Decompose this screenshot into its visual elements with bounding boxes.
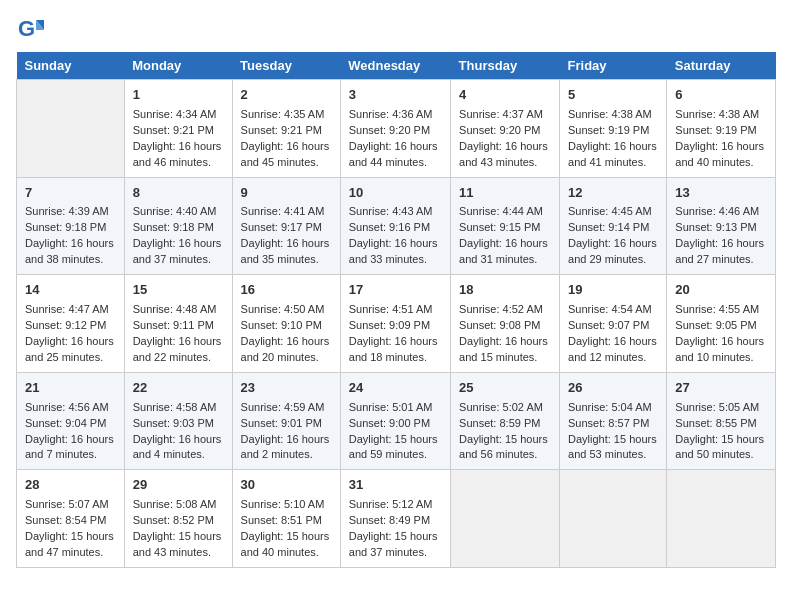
day-detail: Sunset: 9:18 PM: [133, 221, 214, 233]
calendar-cell: 6Sunrise: 4:38 AMSunset: 9:19 PMDaylight…: [667, 80, 776, 178]
calendar-cell: 7Sunrise: 4:39 AMSunset: 9:18 PMDaylight…: [17, 177, 125, 275]
day-detail: Sunrise: 4:36 AM: [349, 108, 433, 120]
day-detail: Sunrise: 5:10 AM: [241, 498, 325, 510]
day-number: 23: [241, 379, 332, 398]
day-detail: Sunrise: 5:08 AM: [133, 498, 217, 510]
day-detail: Daylight: 15 hours and 40 minutes.: [241, 530, 330, 558]
day-detail: Sunset: 8:49 PM: [349, 514, 430, 526]
calendar-cell: 14Sunrise: 4:47 AMSunset: 9:12 PMDayligh…: [17, 275, 125, 373]
header-cell-wednesday: Wednesday: [340, 52, 450, 80]
day-number: 3: [349, 86, 442, 105]
calendar-cell: 25Sunrise: 5:02 AMSunset: 8:59 PMDayligh…: [451, 372, 560, 470]
calendar-cell: [451, 470, 560, 568]
calendar-cell: 13Sunrise: 4:46 AMSunset: 9:13 PMDayligh…: [667, 177, 776, 275]
day-detail: Daylight: 16 hours and 43 minutes.: [459, 140, 548, 168]
day-detail: Daylight: 16 hours and 35 minutes.: [241, 237, 330, 265]
day-detail: Sunset: 8:54 PM: [25, 514, 106, 526]
day-detail: Sunrise: 4:35 AM: [241, 108, 325, 120]
day-detail: Daylight: 16 hours and 37 minutes.: [133, 237, 222, 265]
day-detail: Daylight: 15 hours and 43 minutes.: [133, 530, 222, 558]
day-detail: Sunset: 9:18 PM: [25, 221, 106, 233]
day-detail: Daylight: 16 hours and 33 minutes.: [349, 237, 438, 265]
day-detail: Sunset: 9:00 PM: [349, 417, 430, 429]
calendar-cell: 18Sunrise: 4:52 AMSunset: 9:08 PMDayligh…: [451, 275, 560, 373]
day-number: 13: [675, 184, 767, 203]
day-detail: Daylight: 16 hours and 25 minutes.: [25, 335, 114, 363]
day-number: 14: [25, 281, 116, 300]
calendar-cell: 9Sunrise: 4:41 AMSunset: 9:17 PMDaylight…: [232, 177, 340, 275]
day-number: 2: [241, 86, 332, 105]
day-detail: Daylight: 16 hours and 12 minutes.: [568, 335, 657, 363]
calendar-cell: 3Sunrise: 4:36 AMSunset: 9:20 PMDaylight…: [340, 80, 450, 178]
svg-text:G: G: [18, 16, 35, 41]
day-detail: Sunrise: 4:39 AM: [25, 205, 109, 217]
calendar-cell: [667, 470, 776, 568]
calendar-cell: 22Sunrise: 4:58 AMSunset: 9:03 PMDayligh…: [124, 372, 232, 470]
day-detail: Daylight: 15 hours and 50 minutes.: [675, 433, 764, 461]
day-detail: Daylight: 15 hours and 47 minutes.: [25, 530, 114, 558]
calendar-cell: 8Sunrise: 4:40 AMSunset: 9:18 PMDaylight…: [124, 177, 232, 275]
day-detail: Daylight: 16 hours and 18 minutes.: [349, 335, 438, 363]
calendar-cell: 24Sunrise: 5:01 AMSunset: 9:00 PMDayligh…: [340, 372, 450, 470]
day-detail: Sunset: 9:21 PM: [133, 124, 214, 136]
day-detail: Sunset: 9:17 PM: [241, 221, 322, 233]
logo-icon: G: [16, 16, 44, 44]
day-detail: Sunrise: 4:37 AM: [459, 108, 543, 120]
calendar-cell: 20Sunrise: 4:55 AMSunset: 9:05 PMDayligh…: [667, 275, 776, 373]
day-detail: Sunset: 9:16 PM: [349, 221, 430, 233]
day-detail: Sunset: 9:19 PM: [568, 124, 649, 136]
calendar-table: SundayMondayTuesdayWednesdayThursdayFrid…: [16, 52, 776, 568]
week-row-4: 21Sunrise: 4:56 AMSunset: 9:04 PMDayligh…: [17, 372, 776, 470]
day-detail: Sunrise: 4:48 AM: [133, 303, 217, 315]
day-detail: Daylight: 16 hours and 40 minutes.: [675, 140, 764, 168]
header-cell-saturday: Saturday: [667, 52, 776, 80]
calendar-cell: 17Sunrise: 4:51 AMSunset: 9:09 PMDayligh…: [340, 275, 450, 373]
day-number: 20: [675, 281, 767, 300]
calendar-cell: 29Sunrise: 5:08 AMSunset: 8:52 PMDayligh…: [124, 470, 232, 568]
day-detail: Daylight: 16 hours and 20 minutes.: [241, 335, 330, 363]
day-number: 29: [133, 476, 224, 495]
day-detail: Sunset: 8:57 PM: [568, 417, 649, 429]
day-detail: Sunset: 8:52 PM: [133, 514, 214, 526]
day-number: 11: [459, 184, 551, 203]
day-number: 18: [459, 281, 551, 300]
calendar-cell: 30Sunrise: 5:10 AMSunset: 8:51 PMDayligh…: [232, 470, 340, 568]
header-row: SundayMondayTuesdayWednesdayThursdayFrid…: [17, 52, 776, 80]
day-number: 6: [675, 86, 767, 105]
day-number: 17: [349, 281, 442, 300]
calendar-cell: 27Sunrise: 5:05 AMSunset: 8:55 PMDayligh…: [667, 372, 776, 470]
day-detail: Sunrise: 4:38 AM: [675, 108, 759, 120]
calendar-cell: 19Sunrise: 4:54 AMSunset: 9:07 PMDayligh…: [560, 275, 667, 373]
day-detail: Daylight: 16 hours and 7 minutes.: [25, 433, 114, 461]
calendar-cell: 11Sunrise: 4:44 AMSunset: 9:15 PMDayligh…: [451, 177, 560, 275]
header-cell-thursday: Thursday: [451, 52, 560, 80]
calendar-cell: 28Sunrise: 5:07 AMSunset: 8:54 PMDayligh…: [17, 470, 125, 568]
day-number: 16: [241, 281, 332, 300]
day-detail: Sunset: 9:20 PM: [459, 124, 540, 136]
day-number: 27: [675, 379, 767, 398]
day-detail: Daylight: 16 hours and 15 minutes.: [459, 335, 548, 363]
day-detail: Daylight: 16 hours and 10 minutes.: [675, 335, 764, 363]
day-detail: Daylight: 16 hours and 44 minutes.: [349, 140, 438, 168]
day-number: 21: [25, 379, 116, 398]
day-detail: Sunrise: 5:04 AM: [568, 401, 652, 413]
day-detail: Daylight: 16 hours and 2 minutes.: [241, 433, 330, 461]
day-number: 1: [133, 86, 224, 105]
day-detail: Sunset: 9:19 PM: [675, 124, 756, 136]
day-detail: Daylight: 16 hours and 41 minutes.: [568, 140, 657, 168]
day-detail: Sunrise: 4:55 AM: [675, 303, 759, 315]
page-header: G: [16, 16, 776, 44]
header-cell-monday: Monday: [124, 52, 232, 80]
day-number: 24: [349, 379, 442, 398]
day-number: 8: [133, 184, 224, 203]
day-number: 28: [25, 476, 116, 495]
day-number: 22: [133, 379, 224, 398]
day-detail: Sunrise: 4:51 AM: [349, 303, 433, 315]
day-number: 9: [241, 184, 332, 203]
day-detail: Sunrise: 5:12 AM: [349, 498, 433, 510]
week-row-2: 7Sunrise: 4:39 AMSunset: 9:18 PMDaylight…: [17, 177, 776, 275]
day-detail: Sunrise: 4:43 AM: [349, 205, 433, 217]
calendar-cell: 12Sunrise: 4:45 AMSunset: 9:14 PMDayligh…: [560, 177, 667, 275]
day-detail: Sunset: 9:08 PM: [459, 319, 540, 331]
day-number: 30: [241, 476, 332, 495]
